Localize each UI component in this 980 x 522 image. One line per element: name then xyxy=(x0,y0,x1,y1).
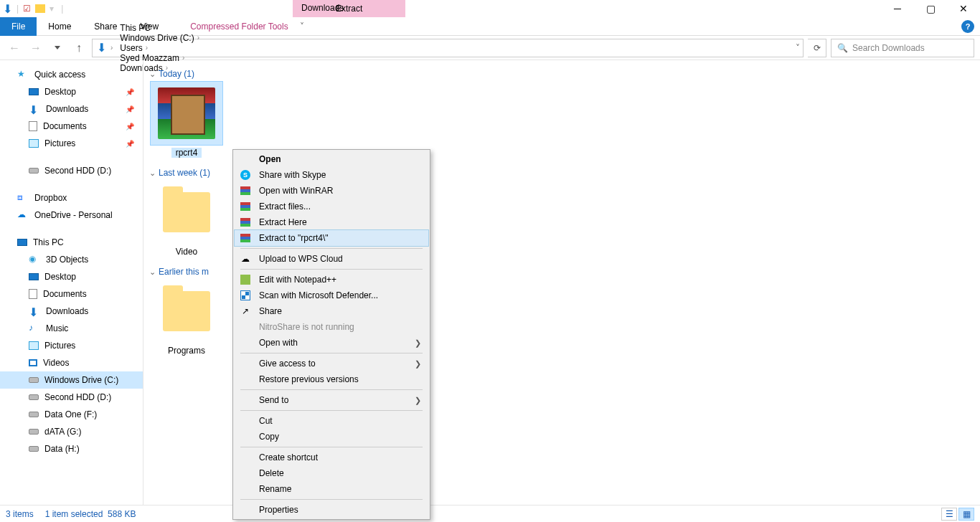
file-label: Programs xyxy=(168,346,205,356)
nav-item-data-h-[interactable]: Data (H:) xyxy=(0,440,143,457)
nav-item-onedrive-personal[interactable]: ☁OneDrive - Personal xyxy=(0,207,143,224)
forward-button[interactable]: → xyxy=(27,39,44,57)
menu-item-rename[interactable]: Rename xyxy=(235,481,428,497)
tab-file[interactable]: File xyxy=(0,17,37,36)
search-icon: 🔍 xyxy=(837,43,848,53)
menu-item-restore-previous-versions[interactable]: Restore previous versions xyxy=(235,371,428,387)
pin-icon: 📌 xyxy=(126,123,134,130)
chevron-down-icon: ⌄ xyxy=(149,70,156,79)
chevron-right-icon: ❯ xyxy=(415,359,421,369)
nav-item-3d-objects[interactable]: ◉3D Objects xyxy=(0,251,143,268)
menu-item-extract-files[interactable]: Extract files... xyxy=(235,199,428,214)
pc-icon xyxy=(17,239,27,246)
breadcrumb-users[interactable]: Users › xyxy=(117,43,202,53)
address-dropdown-icon[interactable]: ˅ xyxy=(796,43,800,53)
menu-item-icon xyxy=(239,275,252,285)
location-folder-icon: ⬇ xyxy=(97,41,106,54)
file-item-programs[interactable]: Programs xyxy=(149,280,224,356)
file-label: rpcrt4 xyxy=(171,148,202,158)
folder-icon xyxy=(163,192,210,232)
nav-item-videos[interactable]: Videos xyxy=(0,354,143,371)
nav-quick-access[interactable]: ★ Quick access xyxy=(0,66,143,83)
nav-this-pc[interactable]: This PC xyxy=(0,234,143,251)
star-icon: ★ xyxy=(17,69,29,80)
close-button[interactable]: ✕ xyxy=(947,0,980,17)
breadcrumb-this-pc[interactable]: This PC › xyxy=(117,23,202,33)
tab-home[interactable]: Home xyxy=(37,17,83,36)
up-button[interactable]: ↑ xyxy=(70,39,88,57)
nav-item-second-hdd-d-[interactable]: Second HDD (D:) xyxy=(0,162,143,179)
menu-item-edit-with-notepad[interactable]: Edit with Notepad++ xyxy=(235,272,428,288)
menu-item-extract-to-rpcrt4[interactable]: Extract to "rpcrt4\" xyxy=(235,230,428,246)
address-row: ← → ↑ ⬇ › This PC ›Windows Drive (C:) ›U… xyxy=(0,36,980,60)
menu-item-icon xyxy=(239,234,252,242)
file-item-video[interactable]: Video xyxy=(149,181,224,257)
nav-item-pictures[interactable]: Pictures xyxy=(0,337,143,354)
qat-check-icon[interactable]: ☑ xyxy=(23,4,31,14)
menu-item-icon xyxy=(239,202,252,211)
view-details-button[interactable]: ☰ xyxy=(941,508,957,521)
back-button[interactable]: ← xyxy=(6,39,23,57)
nav-item-dropbox[interactable]: ⧈Dropbox xyxy=(0,189,143,207)
nav-item-music[interactable]: ♪Music xyxy=(0,320,143,337)
nav-item-second-hdd-d-[interactable]: Second HDD (D:) xyxy=(0,389,143,406)
nav-item-documents[interactable]: Documents xyxy=(0,285,143,303)
status-selection: 1 item selected 588 KB xyxy=(45,509,136,519)
menu-item-icon: ☁ xyxy=(239,254,252,264)
minimize-button[interactable]: ─ xyxy=(881,0,914,17)
status-bar: 3 items 1 item selected 588 KB ☰ ▦ xyxy=(0,505,980,522)
menu-item-open[interactable]: Open xyxy=(235,151,428,167)
maximize-button[interactable]: ▢ xyxy=(914,0,947,17)
file-item-rpcrt4[interactable]: rpcrt4 xyxy=(149,82,224,158)
menu-item-open-with-winrar[interactable]: Open with WinRAR xyxy=(235,183,428,199)
menu-item-properties[interactable]: Properties xyxy=(235,502,428,518)
menu-item-icon xyxy=(239,290,252,300)
menu-item-share-with-skype[interactable]: SShare with Skype xyxy=(235,167,428,183)
pin-icon: 📌 xyxy=(126,140,134,148)
chevron-down-icon: ⌄ xyxy=(149,169,156,178)
menu-item-create-shortcut[interactable]: Create shortcut xyxy=(235,450,428,465)
menu-item-copy[interactable]: Copy xyxy=(235,429,428,445)
navigation-pane: ★ Quick access Desktop📌⬇Downloads📌Docume… xyxy=(0,60,143,505)
group-header[interactable]: ⌄Today (1) xyxy=(149,69,974,79)
status-item-count: 3 items xyxy=(6,509,34,519)
ribbon-collapse-icon[interactable]: ˅ xyxy=(300,22,304,32)
window-title: Downloads xyxy=(301,3,344,13)
menu-item-delete[interactable]: Delete xyxy=(235,465,428,481)
qat-folder-icon[interactable] xyxy=(35,4,45,13)
search-input[interactable]: 🔍 Search Downloads xyxy=(831,39,974,57)
breadcrumb-windows-drive-c-[interactable]: Windows Drive (C:) › xyxy=(117,33,202,43)
help-icon[interactable]: ? xyxy=(961,20,974,33)
nav-item-downloads[interactable]: ⬇Downloads xyxy=(0,303,143,320)
menu-item-open-with[interactable]: Open with❯ xyxy=(235,335,428,351)
chevron-right-icon: ❯ xyxy=(415,396,421,405)
nav-item-data-one-f-[interactable]: Data One (F:) xyxy=(0,406,143,423)
view-icons-button[interactable]: ▦ xyxy=(958,508,974,521)
menu-item-scan-with-microsoft-defender[interactable]: Scan with Microsoft Defender... xyxy=(235,288,428,303)
nav-item-desktop[interactable]: Desktop📌 xyxy=(0,83,143,100)
title-bar: ⬇ | ☑ ▾ | Extract Downloads ─ ▢ ✕ xyxy=(0,0,980,17)
nav-item-desktop[interactable]: Desktop xyxy=(0,268,143,285)
menu-item-send-to[interactable]: Send to❯ xyxy=(235,392,428,408)
refresh-button[interactable]: ⟳ xyxy=(808,39,826,57)
nav-item-downloads[interactable]: ⬇Downloads📌 xyxy=(0,100,143,118)
search-placeholder: Search Downloads xyxy=(852,43,925,53)
folder-icon xyxy=(163,291,210,331)
context-menu: OpenSShare with SkypeOpen with WinRARExt… xyxy=(232,149,430,520)
menu-item-icon: ↗ xyxy=(239,306,252,316)
menu-item-upload-to-wps-cloud[interactable]: ☁Upload to WPS Cloud xyxy=(235,251,428,267)
menu-item-icon xyxy=(239,186,252,195)
menu-item-extract-here[interactable]: Extract Here xyxy=(235,214,428,230)
address-bar[interactable]: ⬇ › This PC ›Windows Drive (C:) ›Users ›… xyxy=(92,39,804,57)
nav-item-data-g-[interactable]: dATA (G:) xyxy=(0,423,143,440)
recent-dropdown[interactable] xyxy=(49,39,66,57)
menu-item-give-access-to[interactable]: Give access to❯ xyxy=(235,356,428,371)
nav-item-windows-drive-c-[interactable]: Windows Drive (C:) xyxy=(0,371,143,389)
nav-item-documents[interactable]: Documents📌 xyxy=(0,118,143,135)
qat-down-icon[interactable]: ⬇ xyxy=(3,2,12,16)
nav-item-pictures[interactable]: Pictures📌 xyxy=(0,135,143,152)
menu-item-share[interactable]: ↗Share xyxy=(235,303,428,319)
menu-item-cut[interactable]: Cut xyxy=(235,413,428,429)
pin-icon: 📌 xyxy=(126,105,134,113)
chevron-right-icon: › xyxy=(154,24,156,32)
